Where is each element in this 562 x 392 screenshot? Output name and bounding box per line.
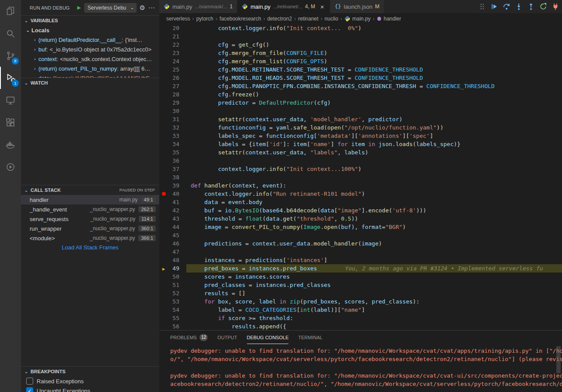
breadcrumb-item-retinanet[interactable]: retinanet [298, 16, 319, 22]
stack-frame-_handle_event[interactable]: _handle_event_nuclio_wrapper.py262:1 [21, 205, 159, 214]
code-text[interactable]: setattr(context.user_data, "labels", lab… [191, 148, 562, 157]
glyph-margin[interactable] [159, 215, 168, 223]
glyph-margin[interactable] [159, 165, 168, 173]
activity-item-source-control[interactable]: 8 [0, 44, 21, 67]
breadcrumb-item-facebookresearch[interactable]: facebookresearch [219, 16, 261, 22]
breadcrumb-item-detectron2[interactable]: detectron2 [267, 16, 292, 22]
gear-icon[interactable]: ⚙ [140, 4, 145, 11]
panel-tab-problems[interactable]: PROBLEMS12 [170, 331, 208, 344]
debug-start-icon[interactable]: ▶ [77, 5, 81, 10]
glyph-margin[interactable] [159, 82, 168, 90]
glyph-margin[interactable] [159, 239, 168, 248]
stack-frame-module[interactable]: <module>_nuclio_wrapper.py366:1 [21, 233, 159, 243]
step-out-icon[interactable] [527, 3, 535, 10]
glyph-margin[interactable] [159, 90, 168, 99]
code-text[interactable]: cfg.merge_from_list(CONFIG_OPTS) [191, 57, 562, 65]
glyph-margin[interactable] [159, 140, 168, 148]
variables-scope-locals[interactable]: ⌄Locals [21, 25, 159, 35]
code-text[interactable]: setattr(context.user_data, 'model_handle… [191, 115, 562, 123]
code-text[interactable]: labels = {item['id']: item['name'] for i… [191, 140, 562, 148]
breadcrumb-item-serverless[interactable]: serverless [166, 16, 190, 22]
restart-icon[interactable] [539, 3, 547, 10]
code-text[interactable]: context.logger.info("Init context...100%… [191, 165, 562, 173]
code-text[interactable]: pred_classes = instances.pred_classes [191, 281, 562, 289]
code-text[interactable]: pred_boxes = instances.pred_boxesYou, 2 … [191, 264, 562, 273]
close-icon[interactable]: × [319, 3, 326, 10]
code-text[interactable]: cfg.MODEL.RETINANET.SCORE_THRESH_TEST = … [191, 65, 562, 74]
glyph-margin[interactable] [159, 198, 168, 206]
activity-item-run-and-debug[interactable]: 1 [0, 67, 21, 89]
breakpoints-section-header[interactable]: ⌄ BREAKPOINTS [21, 367, 159, 376]
code-text[interactable] [191, 231, 562, 239]
glyph-margin[interactable] [159, 24, 168, 32]
glyph-margin[interactable] [159, 281, 168, 289]
breakpoint-row[interactable]: Raised Exceptions [21, 376, 159, 386]
glyph-margin[interactable] [159, 99, 168, 107]
code-text[interactable]: predictor = DefaultPredictor(cfg) [191, 99, 562, 107]
glyph-margin[interactable] [159, 206, 168, 215]
activity-item-search[interactable] [0, 22, 21, 44]
panel-scrollbar[interactable] [556, 346, 561, 373]
breadcrumb-item-handler[interactable]: handler [377, 16, 401, 22]
editor-tab-main.py[interactable]: main.py.../siammask/...1 [159, 0, 237, 13]
panel-tab-output[interactable]: OUTPUT [217, 331, 237, 344]
glyph-margin[interactable] [159, 181, 168, 190]
code-text[interactable]: context.logger.info("Run retinanet-R101 … [191, 190, 562, 198]
code-text[interactable]: cfg = get_cfg() [191, 41, 562, 49]
glyph-margin[interactable] [159, 32, 168, 41]
code-text[interactable]: def handler(context, event): [191, 181, 562, 190]
variable-row[interactable]: ›buf:<_io.BytesIO object at 0x7f5a2dc1ec… [21, 44, 159, 54]
glyph-margin[interactable] [159, 322, 168, 330]
glyph-margin[interactable] [159, 306, 168, 314]
glyph-margin[interactable] [159, 132, 168, 140]
activity-item-test-explorer[interactable] [0, 156, 21, 178]
code-editor[interactable]: 20 context.logger.info("Init context... … [159, 24, 562, 330]
glyph-margin[interactable] [159, 148, 168, 157]
glyph-margin[interactable] [159, 256, 168, 264]
editor-tab-launch.json[interactable]: {}launch.jsonM [330, 0, 384, 13]
variable-row[interactable]: ›data:{'image': 'iVBORw0KGgoAAAANSUhE… [21, 73, 159, 78]
glyph-margin[interactable] [159, 231, 168, 239]
variable-row[interactable]: ›context:<nuclio_sdk.context.Context obj… [21, 54, 159, 64]
code-text[interactable]: image = convert_PIL_to_numpy(Image.open(… [191, 223, 562, 231]
glyph-margin[interactable] [159, 41, 168, 49]
code-text[interactable]: buf = io.BytesIO(base64.b64decode(data["… [191, 206, 562, 215]
code-text[interactable] [191, 248, 562, 256]
glyph-margin[interactable] [159, 314, 168, 322]
code-text[interactable]: functionconfig = yaml.safe_load(open("/o… [191, 123, 562, 132]
more-actions-icon[interactable]: ⋯ [148, 4, 155, 11]
breakpoint-dot[interactable] [159, 190, 168, 198]
gripper-icon[interactable] [478, 3, 486, 10]
variables-section-header[interactable]: ⌄ VARIABLES [21, 16, 159, 25]
code-text[interactable]: cfg.MODEL.PANOPTIC_FPN.COMBINE.INSTANCES… [191, 82, 562, 90]
code-text[interactable]: cfg.freeze() [191, 90, 562, 99]
breadcrumb-item-nuclio[interactable]: nuclio [325, 16, 338, 22]
step-over-icon[interactable] [503, 3, 511, 10]
activity-item-extensions[interactable] [0, 111, 21, 133]
code-text[interactable]: if score >= threshold: [191, 314, 562, 322]
code-text[interactable] [191, 173, 562, 181]
code-text[interactable] [191, 107, 562, 115]
code-text[interactable]: results.append({ [191, 322, 562, 330]
glyph-margin[interactable] [159, 157, 168, 165]
glyph-margin[interactable] [159, 65, 168, 74]
stack-frame-serve_requests[interactable]: serve_requests_nuclio_wrapper.py114:1 [21, 214, 159, 224]
glyph-margin[interactable] [159, 289, 168, 297]
code-text[interactable]: cfg.MODEL.ROI_HEADS.SCORE_THRESH_TEST = … [191, 74, 562, 82]
code-text[interactable]: for box, score, label in zip(pred_boxes,… [191, 297, 562, 306]
glyph-margin[interactable] [159, 273, 168, 281]
current-line-arrow-icon[interactable]: ▶ [159, 264, 168, 273]
activity-item-explorer[interactable] [0, 0, 21, 22]
glyph-margin[interactable] [159, 123, 168, 132]
code-text[interactable]: cfg.merge_from_file(CONFIG_FILE) [191, 49, 562, 57]
variable-row[interactable]: ›(return) DefaultPredictor.__call__:{'in… [21, 35, 159, 44]
checkbox[interactable] [26, 378, 33, 385]
activity-item-remote-explorer[interactable] [0, 89, 21, 111]
call-stack-section-header[interactable]: ⌄ CALL STACK PAUSED ON STEP [21, 185, 159, 195]
variable-row[interactable]: ›(return) convert_PIL_to_numpy:array([[[… [21, 64, 159, 73]
glyph-margin[interactable] [159, 74, 168, 82]
stack-frame-handler[interactable]: handlermain.py49:1 [21, 195, 159, 205]
code-text[interactable]: results = [] [191, 289, 562, 297]
debug-config-dropdown[interactable]: Serverless Debu ⌄ [84, 3, 137, 13]
panel-tab-debug-console[interactable]: DEBUG CONSOLE [247, 331, 289, 344]
